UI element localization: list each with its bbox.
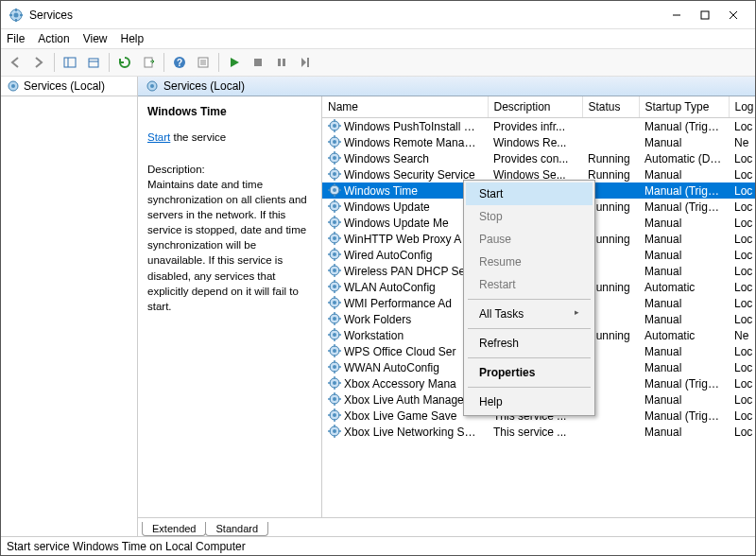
svg-point-1	[14, 12, 19, 17]
forward-button[interactable]	[28, 52, 49, 73]
close-button[interactable]	[719, 1, 747, 29]
window-title: Services	[29, 9, 662, 22]
svg-rect-21	[254, 59, 262, 66]
svg-point-102	[333, 317, 336, 321]
services-icon	[7, 79, 20, 93]
svg-text:?: ?	[177, 58, 182, 68]
svg-point-36	[333, 140, 336, 144]
svg-point-48	[333, 172, 336, 176]
ctx-restart: Restart	[466, 273, 593, 296]
statusbar: Start service Windows Time on Local Comp…	[1, 536, 755, 555]
service-list-pane: Name Description Status Startup Type Log…	[322, 96, 755, 517]
svg-point-84	[333, 269, 336, 272]
svg-rect-2	[15, 9, 17, 11]
view-tabs: Extended Standard	[138, 517, 755, 536]
back-button[interactable]	[5, 52, 26, 73]
svg-point-54	[333, 188, 336, 192]
ctx-help[interactable]: Help	[466, 391, 593, 413]
table-row[interactable]: Windows PushToInstall Servi...Provides i…	[322, 118, 755, 135]
svg-point-66	[333, 220, 336, 224]
restart-service-button[interactable]	[295, 52, 316, 73]
content-header: Services (Local)	[138, 77, 755, 96]
ctx-resume: Resume	[466, 251, 593, 273]
svg-rect-3	[15, 19, 17, 22]
menu-view[interactable]: View	[83, 32, 108, 45]
svg-rect-7	[701, 11, 709, 19]
help-button[interactable]: ?	[169, 52, 190, 73]
status-text: Start service Windows Time on Local Comp…	[7, 540, 246, 553]
svg-point-114	[333, 349, 336, 353]
svg-rect-12	[89, 59, 98, 67]
services-icon	[146, 79, 159, 93]
ctx-properties[interactable]: Properties	[466, 361, 593, 384]
menu-action[interactable]: Action	[38, 32, 69, 45]
start-service-button[interactable]	[224, 52, 245, 73]
svg-point-42	[333, 156, 336, 160]
export-list-button[interactable]	[138, 52, 159, 73]
svg-point-108	[333, 333, 336, 337]
svg-point-144	[333, 429, 336, 433]
tree-pane: Services (Local)	[1, 77, 138, 536]
svg-rect-22	[278, 59, 281, 66]
col-name[interactable]: Name	[322, 96, 488, 118]
col-description[interactable]: Description	[488, 96, 582, 118]
ctx-stop: Stop	[466, 205, 593, 228]
content-title: Services (Local)	[163, 79, 245, 93]
ctx-pause: Pause	[466, 228, 593, 251]
svg-point-126	[333, 381, 336, 385]
svg-rect-10	[64, 58, 76, 67]
minimize-button[interactable]	[662, 1, 691, 29]
svg-rect-14	[145, 58, 152, 67]
svg-point-72	[333, 236, 336, 240]
table-row[interactable]: Xbox Live Networking ServiceThis service…	[322, 424, 755, 440]
svg-point-90	[333, 285, 336, 288]
ctx-all-tasks[interactable]: All Tasks▸	[466, 303, 593, 325]
maximize-button[interactable]	[691, 1, 719, 29]
svg-point-138	[333, 413, 336, 417]
tree-root-item[interactable]: Services (Local)	[1, 77, 137, 96]
stop-service-button[interactable]	[248, 52, 268, 73]
svg-rect-23	[283, 59, 285, 66]
description-label: Description:	[147, 162, 312, 177]
tab-standard[interactable]: Standard	[205, 522, 268, 536]
svg-point-120	[333, 365, 336, 369]
svg-point-132	[333, 397, 336, 401]
svg-point-96	[333, 301, 336, 304]
refresh-button[interactable]	[114, 52, 135, 73]
col-status[interactable]: Status	[582, 96, 639, 118]
svg-point-26	[11, 84, 15, 88]
tree-root-label: Services (Local)	[24, 79, 105, 93]
svg-rect-24	[307, 58, 309, 67]
svg-point-60	[333, 204, 336, 208]
tab-extended[interactable]: Extended	[142, 522, 206, 536]
ctx-start[interactable]: Start	[466, 182, 593, 205]
info-pane: Windows Time Start the service Descripti…	[138, 96, 322, 517]
start-suffix: the service	[170, 131, 226, 143]
svg-point-30	[333, 124, 336, 128]
col-startup[interactable]: Startup Type	[639, 96, 729, 118]
export-button[interactable]	[83, 52, 104, 73]
titlebar: Services	[1, 1, 755, 29]
show-hide-tree-button[interactable]	[60, 52, 80, 73]
ctx-refresh[interactable]: Refresh	[466, 332, 593, 355]
svg-rect-4	[9, 14, 12, 16]
selected-service-name: Windows Time	[147, 104, 312, 120]
context-menu: StartStopPauseResumeRestartAll Tasks▸Ref…	[463, 180, 595, 416]
menu-help[interactable]: Help	[121, 32, 145, 45]
menu-file[interactable]: File	[7, 32, 25, 45]
table-row[interactable]: Windows SearchProvides con...RunningAuto…	[322, 150, 755, 166]
start-link[interactable]: Start	[147, 131, 170, 143]
svg-rect-5	[20, 14, 23, 16]
svg-point-28	[150, 84, 154, 88]
services-app-icon	[9, 8, 24, 23]
properties-button[interactable]	[193, 52, 214, 73]
table-row[interactable]: Windows Remote Managem...Windows Re...Ma…	[322, 134, 755, 150]
toolbar: ?	[1, 48, 755, 77]
col-logon[interactable]: Log	[729, 96, 755, 118]
svg-point-78	[333, 252, 336, 256]
pause-service-button[interactable]	[271, 52, 292, 73]
menubar: File Action View Help	[1, 29, 755, 48]
description-text: Maintains date and time synchronization …	[147, 177, 312, 314]
